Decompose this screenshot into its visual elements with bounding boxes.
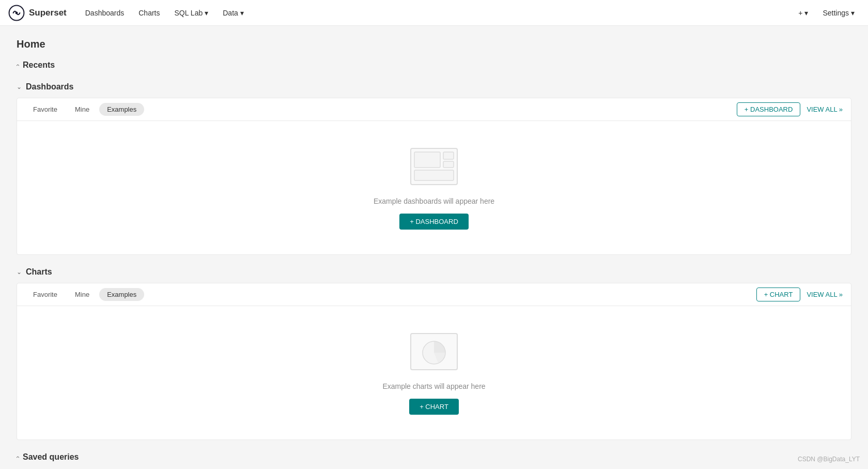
dashboards-tab-favorite[interactable]: Favorite: [25, 103, 65, 116]
charts-view-all[interactable]: VIEW ALL »: [807, 291, 843, 298]
charts-body: Favorite Mine Examples + CHART VIEW ALL …: [17, 283, 851, 440]
sqllab-dropdown-icon: ▾: [205, 9, 208, 17]
footer-watermark: CSDN @BigData_LYT: [798, 456, 860, 463]
charts-empty-add-button[interactable]: + CHART: [409, 399, 459, 415]
svg-rect-4: [443, 152, 454, 159]
saved-queries-title: Saved queries: [23, 452, 79, 462]
dashboards-tab-examples[interactable]: Examples: [99, 103, 144, 116]
nav-data[interactable]: Data ▾: [216, 6, 250, 20]
nav-charts[interactable]: Charts: [132, 6, 166, 20]
add-dashboard-button[interactable]: + DASHBOARD: [737, 102, 801, 116]
dashboards-tab-mine[interactable]: Mine: [67, 103, 97, 116]
charts-title: Charts: [26, 267, 52, 277]
dashboards-body: Favorite Mine Examples + DASHBOARD VIEW …: [17, 98, 851, 255]
data-dropdown-icon: ▾: [240, 9, 244, 17]
navbar-links: Dashboards Charts SQL Lab ▾ Data ▾: [79, 6, 793, 20]
charts-tab-mine[interactable]: Mine: [67, 288, 97, 301]
dashboards-section: ⌄ Dashboards Favorite Mine Examples + DA…: [17, 82, 851, 255]
dashboards-view-all[interactable]: VIEW ALL »: [807, 105, 843, 113]
navbar-brand[interactable]: Superset: [8, 5, 67, 21]
saved-queries-section: › Saved queries: [17, 452, 851, 462]
dashboards-chevron: ⌄: [17, 83, 22, 90]
navbar-brand-text: Superset: [29, 8, 67, 18]
svg-point-1: [16, 11, 18, 14]
charts-empty-text: Example charts will appear here: [382, 382, 485, 390]
dashboards-tabs: Favorite Mine Examples: [25, 103, 144, 116]
superset-logo: [8, 5, 25, 21]
charts-tabs-row: Favorite Mine Examples + CHART VIEW ALL …: [17, 283, 851, 306]
charts-header[interactable]: ⌄ Charts: [17, 267, 851, 277]
dashboard-placeholder-icon: [408, 146, 460, 189]
dashboards-empty-state: Example dashboards will appear here + DA…: [17, 121, 851, 254]
svg-rect-6: [414, 170, 454, 180]
navbar-right: + ▾ Settings ▾: [793, 6, 860, 20]
dashboards-empty-add-button[interactable]: + DASHBOARD: [399, 214, 469, 230]
recents-chevron: ›: [14, 64, 21, 66]
plus-button[interactable]: + ▾: [793, 6, 813, 20]
charts-chevron: ⌄: [17, 268, 22, 276]
charts-empty-state: Example charts will appear here + CHART: [17, 306, 851, 440]
dashboards-actions: + DASHBOARD VIEW ALL »: [737, 102, 843, 116]
charts-actions: + CHART VIEW ALL »: [756, 288, 843, 301]
add-chart-button[interactable]: + CHART: [756, 288, 801, 301]
settings-dropdown-icon: ▾: [851, 9, 855, 17]
settings-button[interactable]: Settings ▾: [817, 6, 860, 20]
recents-title: Recents: [23, 60, 55, 70]
chart-placeholder-icon: [408, 331, 460, 374]
saved-queries-chevron: ›: [14, 456, 21, 458]
charts-tab-examples[interactable]: Examples: [99, 288, 144, 301]
nav-sqllab[interactable]: SQL Lab ▾: [168, 6, 214, 20]
navbar: Superset Dashboards Charts SQL Lab ▾ Dat…: [0, 0, 868, 26]
svg-rect-5: [443, 161, 454, 168]
dashboards-header[interactable]: ⌄ Dashboards: [17, 82, 851, 92]
charts-tabs: Favorite Mine Examples: [25, 288, 144, 301]
dashboards-empty-text: Example dashboards will appear here: [374, 197, 494, 205]
recents-section: › Recents: [17, 60, 851, 70]
main-content: Home › Recents ⌄ Dashboards Favorite Min…: [0, 26, 868, 469]
svg-rect-3: [414, 152, 440, 168]
nav-dashboards[interactable]: Dashboards: [79, 6, 131, 20]
dashboards-title: Dashboards: [26, 82, 73, 92]
dashboards-tabs-row: Favorite Mine Examples + DASHBOARD VIEW …: [17, 98, 851, 121]
recents-header[interactable]: › Recents: [17, 60, 851, 70]
page-title: Home: [17, 38, 851, 50]
saved-queries-header[interactable]: › Saved queries: [17, 452, 851, 462]
plus-dropdown-icon: ▾: [804, 9, 808, 17]
charts-section: ⌄ Charts Favorite Mine Examples + CHART …: [17, 267, 851, 440]
charts-tab-favorite[interactable]: Favorite: [25, 288, 65, 301]
